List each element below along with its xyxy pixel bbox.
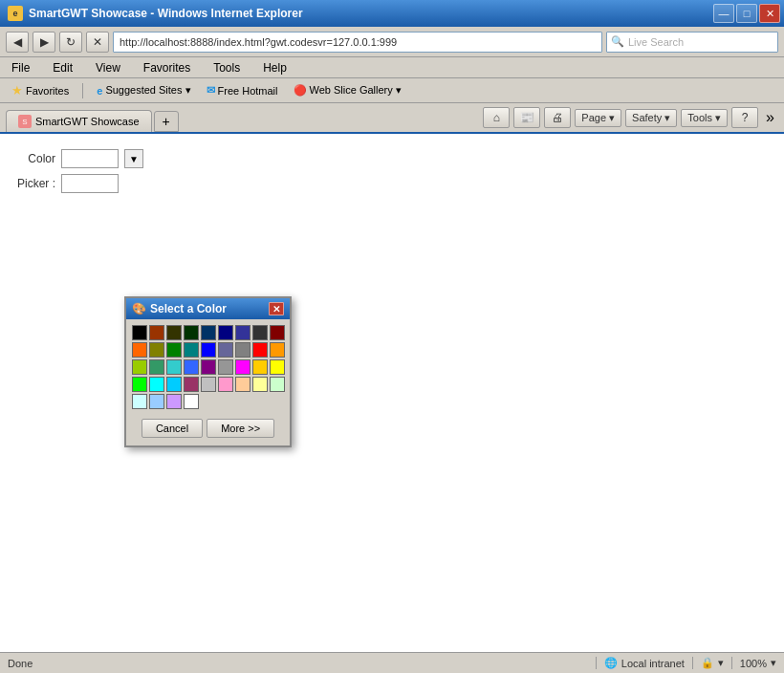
color-cell[interactable] xyxy=(132,394,147,409)
new-tab-button[interactable]: + xyxy=(154,111,179,132)
content-area: Color ▼ Picker : 🎨 Select a Color ✕ Canc… xyxy=(0,134,784,652)
color-cell[interactable] xyxy=(252,377,268,392)
menu-file[interactable]: File xyxy=(8,59,33,76)
search-placeholder: Live Search xyxy=(628,36,773,48)
color-cell[interactable] xyxy=(149,394,164,409)
back-button[interactable]: ◀ xyxy=(6,32,29,53)
browser-window: e SmartGWT Showcase - Windows Internet E… xyxy=(0,0,784,673)
minimize-button[interactable]: — xyxy=(713,4,734,23)
color-cell[interactable] xyxy=(252,325,268,340)
color-cell[interactable] xyxy=(270,359,285,375)
color-cell[interactable] xyxy=(149,325,164,340)
color-cell[interactable] xyxy=(132,377,147,392)
dialog-title: Select a Color xyxy=(150,302,227,315)
color-cell[interactable] xyxy=(132,342,147,358)
zone-icon: 🌐 xyxy=(604,657,618,669)
help-button[interactable]: ? xyxy=(731,107,758,128)
suggested-sites-label: Suggested Sites ▾ xyxy=(105,84,190,97)
lock-icon: 🔒 xyxy=(701,657,714,669)
color-swatch-button[interactable]: ▼ xyxy=(124,149,143,168)
color-cell[interactable] xyxy=(149,342,164,358)
tools-menu[interactable]: Tools ▾ xyxy=(681,109,728,127)
url-text: http://localhost:8888/index.html?gwt.cod… xyxy=(120,36,596,48)
menu-help[interactable]: Help xyxy=(259,59,291,76)
color-cell[interactable] xyxy=(235,359,250,375)
tab-smartgwt[interactable]: S SmartGWT Showcase xyxy=(6,110,152,132)
menu-favorites[interactable]: Favorites xyxy=(140,59,194,76)
color-cell[interactable] xyxy=(270,325,285,340)
forward-button[interactable]: ▶ xyxy=(33,32,55,53)
color-cell[interactable] xyxy=(166,377,182,392)
color-cell[interactable] xyxy=(235,325,250,340)
color-cell[interactable] xyxy=(201,325,216,340)
color-cell[interactable] xyxy=(218,359,233,375)
picker-field-row: Picker : xyxy=(15,174,143,193)
color-cell[interactable] xyxy=(166,325,182,340)
color-field-row: Color ▼ xyxy=(15,149,143,168)
search-box[interactable]: 🔍 Live Search xyxy=(606,32,778,53)
color-cell[interactable] xyxy=(218,342,233,358)
color-cell[interactable] xyxy=(132,325,147,340)
color-cell[interactable] xyxy=(270,377,285,392)
color-grid xyxy=(126,319,290,415)
picker-input[interactable] xyxy=(61,174,119,193)
menu-tools[interactable]: Tools xyxy=(209,59,244,76)
free-hotmail-label: Free Hotmail xyxy=(218,85,278,97)
cancel-button[interactable]: Cancel xyxy=(142,419,203,438)
picker-label: Picker : xyxy=(15,177,55,190)
menu-edit[interactable]: Edit xyxy=(49,59,76,76)
page-menu[interactable]: Page ▾ xyxy=(575,109,621,127)
favorites-divider xyxy=(82,83,83,98)
color-cell[interactable] xyxy=(201,342,216,358)
color-cell[interactable] xyxy=(201,359,216,375)
color-cell[interactable] xyxy=(149,359,164,375)
menu-view[interactable]: View xyxy=(92,59,124,76)
home-button[interactable]: ⌂ xyxy=(483,107,510,128)
color-cell[interactable] xyxy=(201,377,216,392)
hotmail-icon: ✉ xyxy=(207,84,215,97)
status-bar: Done 🌐 Local intranet 🔒 ▾ 100% ▾ xyxy=(0,652,784,673)
safety-menu[interactable]: Safety ▾ xyxy=(625,109,677,127)
more-button[interactable]: More >> xyxy=(207,419,274,438)
color-input[interactable] xyxy=(61,149,119,168)
favorites-button[interactable]: ★ Favorites xyxy=(8,81,73,99)
color-cell[interactable] xyxy=(218,377,233,392)
color-cell[interactable] xyxy=(270,342,285,358)
dialog-title-icon: 🎨 xyxy=(132,302,146,315)
color-cell[interactable] xyxy=(149,377,164,392)
stop-button[interactable]: ✕ xyxy=(86,32,109,53)
color-cell[interactable] xyxy=(166,359,182,375)
color-cell[interactable] xyxy=(184,342,199,358)
close-button[interactable]: ✕ xyxy=(759,4,780,23)
feed-button[interactable]: 📰 xyxy=(513,107,540,128)
address-field[interactable]: http://localhost:8888/index.html?gwt.cod… xyxy=(113,32,602,53)
address-bar: ◀ ▶ ↻ ✕ http://localhost:8888/index.html… xyxy=(0,27,784,57)
web-slice-gallery-button[interactable]: 🔴 Web Slice Gallery ▾ xyxy=(290,82,405,98)
color-cell[interactable] xyxy=(218,325,233,340)
refresh-button[interactable]: ↻ xyxy=(59,32,82,53)
status-zoom[interactable]: 100% ▾ xyxy=(731,657,776,669)
suggested-sites-button[interactable]: e Suggested Sites ▾ xyxy=(93,82,194,98)
maximize-button[interactable]: □ xyxy=(736,4,757,23)
overflow-button[interactable]: » xyxy=(762,109,778,126)
dialog-close-button[interactable]: ✕ xyxy=(269,302,284,315)
print-button[interactable]: 🖨 xyxy=(544,107,571,128)
color-cell[interactable] xyxy=(184,394,199,409)
color-cell[interactable] xyxy=(252,342,268,358)
color-cell[interactable] xyxy=(235,377,250,392)
color-cell[interactable] xyxy=(166,342,182,358)
menu-bar: File Edit View Favorites Tools Help xyxy=(0,57,784,78)
color-cell[interactable] xyxy=(132,359,147,375)
color-cell[interactable] xyxy=(184,359,199,375)
color-cell[interactable] xyxy=(235,342,250,358)
zoom-text: 100% xyxy=(740,658,767,669)
free-hotmail-button[interactable]: ✉ Free Hotmail xyxy=(203,82,282,98)
color-cell[interactable] xyxy=(184,377,199,392)
color-cell[interactable] xyxy=(184,325,199,340)
zoom-down-arrow: ▾ xyxy=(718,657,724,669)
color-dialog: 🎨 Select a Color ✕ Cancel More >> xyxy=(124,296,292,447)
toolbar-right: ⌂ 📰 🖨 Page ▾ Safety ▾ Tools ▾ ? » xyxy=(483,107,778,132)
window-title: SmartGWT Showcase - Windows Internet Exp… xyxy=(29,7,303,20)
color-cell[interactable] xyxy=(252,359,268,375)
color-cell[interactable] xyxy=(166,394,182,409)
